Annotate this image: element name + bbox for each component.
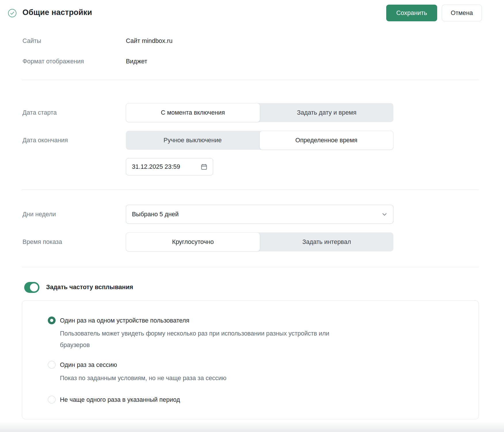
- frequency-options-panel: Один раз на одном устройстве пользовател…: [22, 300, 479, 419]
- divider: [22, 267, 479, 267]
- start-date-option-set-datetime[interactable]: Задать дату и время: [260, 103, 394, 122]
- divider: [22, 80, 479, 80]
- show-time-segmented-control: Круглосуточно Задать интервал: [126, 232, 393, 251]
- calendar-icon[interactable]: [200, 163, 208, 170]
- chevron-down-icon: [381, 211, 388, 218]
- show-time-label: Время показа: [22, 238, 62, 246]
- divider: [22, 190, 479, 190]
- week-days-label: Дни недели: [22, 211, 56, 218]
- end-date-option-manual[interactable]: Ручное выключение: [126, 131, 259, 150]
- display-format-label: Формат отображения: [22, 58, 84, 65]
- show-time-option-interval[interactable]: Задать интервал: [260, 232, 394, 251]
- radio-once-per-session-description: Показ по заданным условиям, но не чаще р…: [60, 372, 226, 384]
- frequency-toggle[interactable]: [24, 282, 39, 293]
- radio-once-per-device-description: Пользователь может увидеть форму несколь…: [60, 328, 329, 351]
- sites-label: Сайты: [22, 37, 41, 45]
- cancel-button[interactable]: Отмена: [442, 5, 482, 21]
- radio-once-per-session-title[interactable]: Один раз за сессию: [60, 361, 117, 369]
- radio-once-per-period[interactable]: [48, 396, 56, 403]
- sites-value: Сайт mindbox.ru: [126, 37, 173, 45]
- radio-once-per-device-title[interactable]: Один раз на одном устройстве пользовател…: [60, 317, 189, 325]
- show-time-option-all-day[interactable]: Круглосуточно: [126, 232, 260, 251]
- radio-once-per-session[interactable]: [48, 361, 56, 369]
- end-date-datetime-input[interactable]: 31.12.2025 23:59: [126, 158, 213, 175]
- toggle-knob: [30, 283, 38, 291]
- page-bottom-fade: [0, 421, 504, 432]
- start-date-segmented-control: С момента включения Задать дату и время: [126, 103, 393, 122]
- start-date-option-on-enable[interactable]: С момента включения: [126, 103, 260, 122]
- end-date-label: Дата окончания: [22, 137, 68, 144]
- page-title: Общие настройки: [22, 8, 92, 17]
- radio-once-per-device[interactable]: [48, 317, 56, 324]
- display-format-value: Виджет: [126, 58, 147, 65]
- end-date-segmented-control: Ручное выключение Определенное время: [126, 131, 393, 150]
- check-circle-icon: [8, 9, 17, 18]
- start-date-label: Дата старта: [22, 109, 57, 117]
- week-days-select[interactable]: Выбрано 5 дней: [126, 205, 393, 224]
- end-date-option-specific-time[interactable]: Определенное время: [259, 131, 394, 150]
- radio-once-per-period-title[interactable]: Не чаще одного раза в указанный период: [60, 396, 180, 404]
- week-days-selected-value: Выбрано 5 дней: [132, 211, 179, 218]
- save-button[interactable]: Сохранить: [386, 5, 437, 21]
- end-date-datetime-value: 31.12.2025 23:59: [132, 163, 180, 170]
- frequency-toggle-label: Задать частоту всплывания: [46, 283, 133, 291]
